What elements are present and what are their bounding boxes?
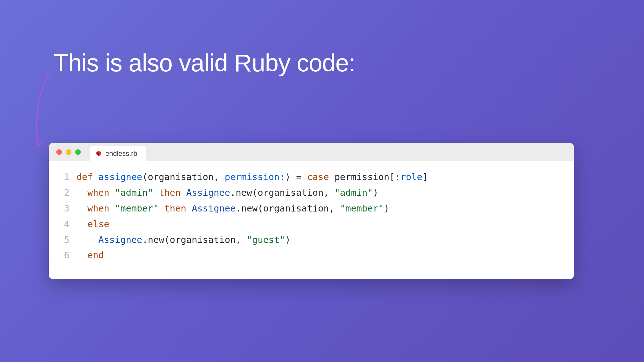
code-line: 6 end (58, 248, 564, 263)
line-number: 5 (58, 232, 69, 248)
code-area: 1def assignee(organisation, permission:)… (49, 161, 574, 279)
code-content: def assignee(organisation, permission:) … (76, 169, 428, 185)
tab-filename: endless.rb (105, 150, 137, 158)
arrow-annotation (30, 71, 64, 152)
code-content: when "member" then Assignee.new(organisa… (76, 201, 389, 217)
code-content: when "admin" then Assignee.new(organisat… (76, 185, 378, 201)
line-number: 4 (58, 217, 69, 232)
minimize-icon[interactable] (66, 149, 71, 155)
code-editor-window: endless.rb 1def assignee(organisation, p… (49, 143, 574, 279)
slide-heading: This is also valid Ruby code: (53, 49, 355, 77)
line-number: 3 (58, 201, 69, 217)
code-line: 1def assignee(organisation, permission:)… (58, 169, 564, 185)
code-line: 2 when "admin" then Assignee.new(organis… (58, 185, 564, 201)
traffic-lights (56, 149, 81, 155)
close-icon[interactable] (56, 149, 62, 155)
code-line: 3 when "member" then Assignee.new(organi… (58, 201, 564, 217)
maximize-icon[interactable] (75, 149, 81, 155)
file-tab[interactable]: endless.rb (90, 146, 146, 161)
line-number: 2 (58, 185, 69, 201)
code-content: else (76, 217, 109, 232)
line-number: 6 (58, 248, 69, 263)
code-line: 4 else (58, 217, 564, 232)
code-line: 5 Assignee.new(organisation, "guest") (58, 232, 564, 248)
ruby-icon (95, 150, 102, 157)
line-number: 1 (58, 169, 69, 185)
window-titlebar: endless.rb (49, 143, 574, 161)
code-content: Assignee.new(organisation, "guest") (76, 232, 291, 248)
code-content: end (76, 248, 104, 263)
